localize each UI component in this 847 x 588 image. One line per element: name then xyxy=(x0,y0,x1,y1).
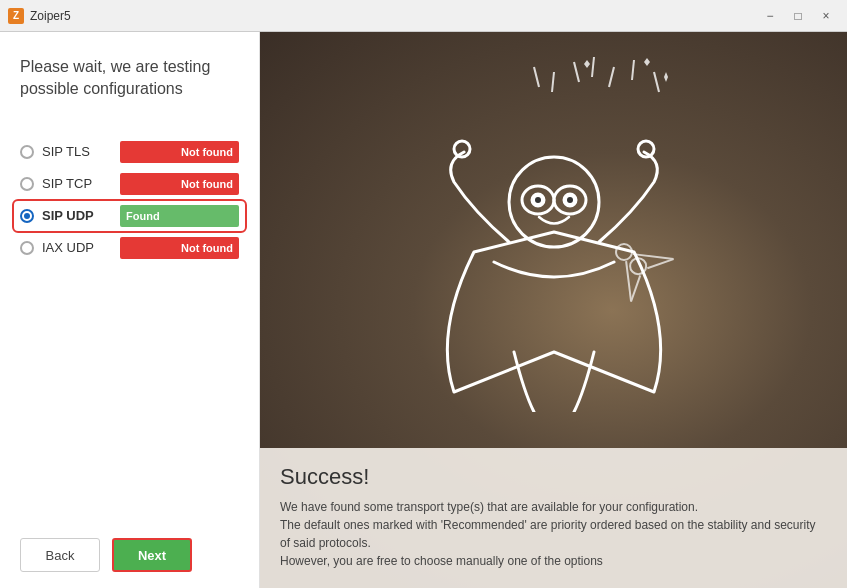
config-item-sip-tls[interactable]: SIP TLS Not found xyxy=(20,141,239,163)
svg-line-6 xyxy=(534,67,539,87)
panel-heading: Please wait, we are testing possible con… xyxy=(20,56,239,101)
svg-point-12 xyxy=(535,197,541,203)
success-text-area: Success! We have found some transport ty… xyxy=(260,448,847,588)
status-iax-udp: Not found xyxy=(120,237,239,259)
next-button[interactable]: Next xyxy=(112,538,192,572)
radio-sip-tls[interactable] xyxy=(20,145,34,159)
svg-line-3 xyxy=(632,60,634,80)
svg-line-0 xyxy=(574,62,579,82)
svg-point-13 xyxy=(567,197,573,203)
status-sip-tls: Not found xyxy=(120,141,239,163)
bottom-buttons: Back Next xyxy=(20,522,239,572)
label-sip-tls: SIP TLS xyxy=(42,144,112,159)
radio-iax-udp[interactable] xyxy=(20,241,34,255)
config-item-iax-udp[interactable]: IAX UDP Not found xyxy=(20,237,239,259)
left-panel: Please wait, we are testing possible con… xyxy=(0,32,260,588)
success-title: Success! xyxy=(280,464,827,490)
app-title: Zoiper5 xyxy=(30,9,757,23)
minimize-button[interactable]: − xyxy=(757,3,783,29)
status-sip-udp: Found xyxy=(120,205,239,227)
config-list: SIP TLS Not found SIP TCP Not found SIP … xyxy=(20,141,239,522)
illustration xyxy=(394,52,714,412)
window-controls: − □ × xyxy=(757,3,839,29)
svg-line-2 xyxy=(609,67,614,87)
svg-line-1 xyxy=(592,57,594,77)
title-bar: Z Zoiper5 − □ × xyxy=(0,0,847,32)
success-body: We have found some transport type(s) tha… xyxy=(280,498,827,570)
config-item-sip-tcp[interactable]: SIP TCP Not found xyxy=(20,173,239,195)
maximize-button[interactable]: □ xyxy=(785,3,811,29)
svg-line-4 xyxy=(654,72,659,92)
right-panel: Success! We have found some transport ty… xyxy=(260,32,847,588)
app-icon: Z xyxy=(8,8,24,24)
label-sip-tcp: SIP TCP xyxy=(42,176,112,191)
svg-line-5 xyxy=(552,72,554,92)
label-iax-udp: IAX UDP xyxy=(42,240,112,255)
config-item-sip-udp[interactable]: SIP UDP Found xyxy=(16,203,243,229)
label-sip-udp: SIP UDP xyxy=(42,208,112,223)
svg-line-22 xyxy=(647,251,673,277)
close-button[interactable]: × xyxy=(813,3,839,29)
svg-line-20 xyxy=(633,236,673,276)
radio-sip-tcp[interactable] xyxy=(20,177,34,191)
back-button[interactable]: Back xyxy=(20,538,100,572)
radio-sip-udp[interactable] xyxy=(20,209,34,223)
main-content: Please wait, we are testing possible con… xyxy=(0,32,847,588)
status-sip-tcp: Not found xyxy=(120,173,239,195)
